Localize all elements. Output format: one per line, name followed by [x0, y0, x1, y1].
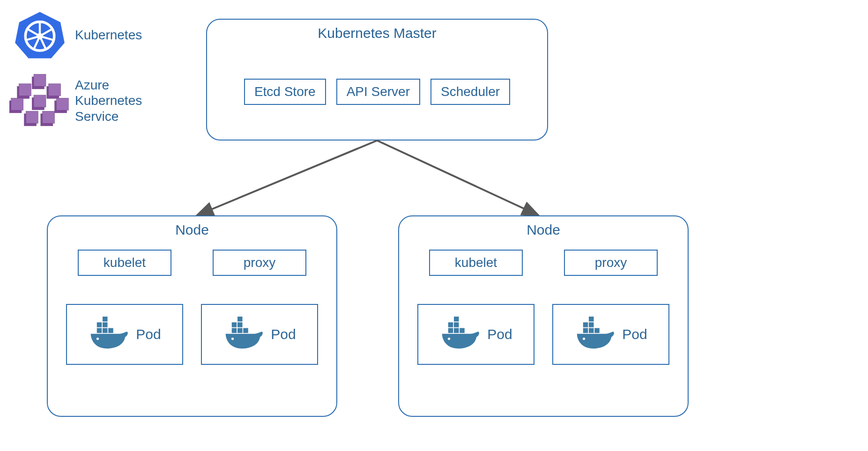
- docker-whale-icon: [574, 317, 616, 353]
- kubernetes-master-title: Kubernetes Master: [207, 25, 547, 41]
- pod-label: Pod: [136, 326, 161, 342]
- svg-point-56: [583, 337, 585, 340]
- aks-icon: [9, 70, 70, 131]
- svg-rect-46: [448, 322, 453, 327]
- proxy-box: proxy: [213, 250, 306, 276]
- svg-rect-11: [34, 74, 46, 86]
- aks-line2: Kubernetes: [75, 93, 142, 109]
- scheduler-box: Scheduler: [430, 79, 510, 105]
- docker-whale-icon: [223, 317, 265, 353]
- node-title: Node: [48, 222, 336, 238]
- node-services-row: kubelet proxy: [399, 250, 688, 276]
- legend-aks: Azure Kubernetes Service: [9, 70, 142, 131]
- docker-whale-icon: [88, 317, 130, 353]
- legend-kubernetes-label: Kubernetes: [75, 27, 142, 43]
- pod-label: Pod: [487, 326, 512, 342]
- svg-rect-55: [589, 317, 594, 322]
- svg-rect-37: [237, 328, 243, 333]
- svg-rect-21: [56, 98, 68, 110]
- node-box-right: Node kubelet proxy Pod: [398, 215, 689, 417]
- svg-rect-15: [49, 84, 61, 96]
- node-title: Node: [399, 222, 688, 238]
- kubernetes-icon: [9, 9, 70, 61]
- kubelet-box: kubelet: [429, 250, 523, 276]
- svg-rect-43: [448, 328, 453, 333]
- legend-aks-label: Azure Kubernetes Service: [75, 77, 142, 125]
- svg-rect-41: [237, 317, 243, 322]
- etcd-store-box: Etcd Store: [244, 79, 326, 105]
- svg-line-27: [197, 140, 377, 215]
- svg-rect-36: [232, 328, 237, 333]
- node-pods-row: Pod Pod: [48, 304, 336, 365]
- svg-rect-19: [34, 95, 46, 107]
- pod-label: Pod: [271, 326, 296, 342]
- pod-box: Pod: [552, 304, 669, 365]
- svg-rect-47: [454, 322, 459, 327]
- svg-line-28: [377, 140, 539, 215]
- kubelet-box: kubelet: [78, 250, 171, 276]
- node-services-row: kubelet proxy: [48, 250, 336, 276]
- svg-rect-33: [103, 322, 108, 327]
- master-components: Etcd Store API Server Scheduler: [207, 79, 547, 105]
- svg-rect-32: [97, 322, 102, 327]
- svg-rect-13: [19, 84, 31, 96]
- svg-point-49: [448, 337, 450, 340]
- kubernetes-master-box: Kubernetes Master Etcd Store API Server …: [206, 19, 548, 140]
- svg-rect-45: [460, 328, 465, 333]
- pod-box: Pod: [201, 304, 318, 365]
- svg-point-35: [96, 337, 99, 340]
- svg-rect-53: [583, 322, 588, 327]
- svg-rect-50: [583, 328, 588, 333]
- svg-point-42: [231, 337, 234, 340]
- svg-rect-51: [589, 328, 594, 333]
- pod-label: Pod: [622, 326, 647, 342]
- legend: Kubernetes Azure Kubernetes Se: [9, 9, 142, 140]
- svg-rect-30: [103, 328, 108, 333]
- svg-rect-23: [26, 111, 38, 123]
- aks-line3: Service: [75, 109, 142, 125]
- pod-box: Pod: [417, 304, 534, 365]
- svg-rect-52: [595, 328, 600, 333]
- pod-box: Pod: [66, 304, 183, 365]
- svg-rect-39: [232, 322, 237, 327]
- svg-rect-44: [454, 328, 459, 333]
- docker-whale-icon: [439, 317, 482, 353]
- node-pods-row: Pod Pod: [399, 304, 688, 365]
- legend-kubernetes: Kubernetes: [9, 9, 142, 61]
- node-box-left: Node kubelet proxy Pod: [47, 215, 337, 417]
- svg-rect-48: [454, 317, 459, 322]
- svg-rect-17: [11, 98, 23, 110]
- svg-rect-34: [103, 317, 108, 322]
- svg-rect-54: [589, 322, 594, 327]
- api-server-box: API Server: [336, 79, 420, 105]
- svg-rect-38: [244, 328, 249, 333]
- svg-rect-40: [237, 322, 243, 327]
- svg-rect-29: [97, 328, 102, 333]
- proxy-box: proxy: [564, 250, 658, 276]
- svg-rect-25: [43, 111, 55, 123]
- aks-line1: Azure: [75, 77, 142, 93]
- svg-rect-31: [109, 328, 114, 333]
